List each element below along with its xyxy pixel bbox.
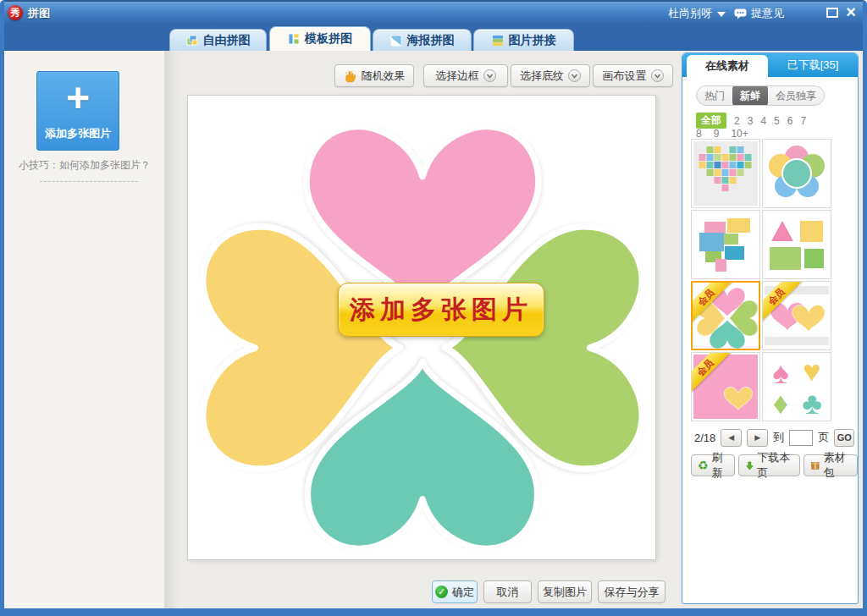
package-icon xyxy=(810,459,820,471)
template-thumbnail-double-hearts[interactable]: 会员 xyxy=(762,281,831,350)
confirm-label: 确定 xyxy=(452,585,474,600)
select-texture-button[interactable]: 选择底纹 xyxy=(511,64,590,87)
copy-image-button[interactable]: 复制图片 xyxy=(538,580,592,603)
confirm-button[interactable]: ✓ 确定 xyxy=(432,580,478,603)
template-thumbnail-card-suits[interactable]: ♠ ♥ ♦ ♣ xyxy=(762,352,831,421)
svg-text:♣: ♣ xyxy=(802,386,822,419)
save-share-label: 保存与分享 xyxy=(605,585,660,600)
panel-tab-bar: 在线素材 已下载[35] xyxy=(682,53,858,77)
chevron-down-icon xyxy=(483,69,496,82)
filter-fresh[interactable]: 新鲜 xyxy=(732,85,768,106)
hand-click-icon xyxy=(344,69,357,83)
tab-free-collage[interactable]: 自由拼图 xyxy=(169,29,267,51)
next-page-button[interactable]: ▶ xyxy=(747,429,768,447)
page-indicator: 2/18 xyxy=(694,432,715,444)
template-collage-icon xyxy=(288,33,300,45)
template-thumbnail-heart-corner-card[interactable]: 会员 xyxy=(691,352,760,421)
select-border-button[interactable]: 选择边框 xyxy=(423,64,508,87)
refresh-label: 刷新 xyxy=(712,450,728,481)
close-button[interactable]: × xyxy=(842,3,859,21)
divider xyxy=(40,181,138,182)
tab-label: 图片拼接 xyxy=(509,33,556,48)
count-3[interactable]: 3 xyxy=(748,115,754,127)
speech-bubble-icon xyxy=(734,8,747,19)
cancel-button[interactable]: 取消 xyxy=(483,580,532,603)
photo-count-filter-row1: 全部 2 3 4 5 6 7 xyxy=(696,113,806,129)
collage-canvas[interactable]: 添加多张图片 xyxy=(187,95,656,560)
left-sidebar: + 添加多张图片 小技巧：如何添加多张图片？ xyxy=(4,51,165,608)
divider xyxy=(165,51,179,608)
random-effect-label: 随机效果 xyxy=(362,69,406,84)
panel-footer: ♻ 刷新 下载本页 素材包 xyxy=(691,454,858,476)
canvas-settings-button[interactable]: 画布设置 xyxy=(593,64,673,87)
select-border-label: 选择边框 xyxy=(435,69,479,84)
chevron-down-icon xyxy=(717,12,726,17)
save-share-button[interactable]: 保存与分享 xyxy=(598,580,665,603)
template-thumbnail-clover-hearts[interactable]: 会员 xyxy=(691,281,760,350)
material-pack-button[interactable]: 素材包 xyxy=(803,454,858,476)
page-input[interactable] xyxy=(789,430,813,446)
refresh-icon: ♻ xyxy=(698,459,709,472)
count-6[interactable]: 6 xyxy=(787,115,793,127)
page-unit-label: 页 xyxy=(818,430,829,445)
count-10plus[interactable]: 10+ xyxy=(731,128,748,140)
circle-flower-preview xyxy=(765,141,829,206)
download-icon xyxy=(745,460,754,471)
maximize-button[interactable] xyxy=(826,8,838,18)
check-icon: ✓ xyxy=(435,586,448,598)
content-area: + 添加多张图片 小技巧：如何添加多张图片？ 随机效果 选择边框 xyxy=(4,51,863,608)
count-all[interactable]: 全部 xyxy=(696,113,726,129)
tip-link[interactable]: 小技巧：如何添加多张图片？ xyxy=(4,158,165,173)
count-9[interactable]: 9 xyxy=(714,128,720,140)
feedback-button[interactable]: 提意见 xyxy=(734,6,784,21)
count-2[interactable]: 2 xyxy=(734,115,740,127)
tab-poster-collage[interactable]: 海报拼图 xyxy=(373,29,472,51)
svg-text:♠: ♠ xyxy=(772,355,788,390)
material-pack-label: 素材包 xyxy=(824,450,851,481)
pagination: 2/18 ◀ ▶ 到 页 GO xyxy=(694,428,854,447)
add-multiple-photos-button[interactable]: 添加多张图片 xyxy=(338,283,544,337)
app-title: 拼图 xyxy=(28,6,50,21)
add-photos-button[interactable]: + 添加多张图片 xyxy=(36,71,119,151)
count-4[interactable]: 4 xyxy=(760,115,766,127)
template-grid: 会员 会员 xyxy=(691,139,833,421)
refresh-button[interactable]: ♻ 刷新 xyxy=(691,454,735,476)
main-tab-bar: 自由拼图 模板拼图 海报拼图 图片拼接 xyxy=(0,24,867,51)
template-thumbnail-mosaic-heart[interactable] xyxy=(691,139,760,208)
scattered-photos-preview xyxy=(693,212,758,277)
template-thumbnail-circle-flower[interactable] xyxy=(762,139,831,208)
chevron-down-icon xyxy=(651,69,664,82)
tab-photo-stitch[interactable]: 图片拼接 xyxy=(473,29,574,51)
count-5[interactable]: 5 xyxy=(774,115,780,127)
go-button[interactable]: GO xyxy=(834,429,854,447)
template-thumbnail-geometric-shapes[interactable] xyxy=(762,210,831,279)
filter-member-only[interactable]: 会员独享 xyxy=(768,85,824,106)
user-name: 杜尚别呀 xyxy=(668,6,712,21)
user-menu[interactable]: 杜尚别呀 xyxy=(668,6,726,21)
tab-online-materials[interactable]: 在线素材 xyxy=(687,55,768,77)
download-page-button[interactable]: 下载本页 xyxy=(738,454,801,476)
center-workspace: 随机效果 选择边框 选择底纹 画布设置 xyxy=(165,51,682,608)
canvas-settings-label: 画布设置 xyxy=(603,69,647,84)
svg-text:♥: ♥ xyxy=(803,355,820,388)
select-texture-label: 选择底纹 xyxy=(520,69,564,84)
prev-page-button[interactable]: ◀ xyxy=(721,429,742,447)
geometric-shapes-preview xyxy=(765,212,829,277)
filter-segmented-control: 热门 新鲜 会员独享 xyxy=(696,85,825,106)
title-bar: 秀 拼图 杜尚别呀 提意见 × xyxy=(0,0,867,24)
tab-label: 模板拼图 xyxy=(305,31,352,47)
tab-template-collage[interactable]: 模板拼图 xyxy=(269,26,371,51)
free-collage-icon xyxy=(186,35,198,47)
random-effect-button[interactable]: 随机效果 xyxy=(334,64,414,87)
plus-icon: + xyxy=(37,74,119,123)
tab-downloaded[interactable]: 已下载[35] xyxy=(768,53,858,77)
svg-text:♦: ♦ xyxy=(773,386,788,419)
filter-hot[interactable]: 热门 xyxy=(697,85,732,106)
count-7[interactable]: 7 xyxy=(800,115,806,127)
app-window: 秀 拼图 杜尚别呀 提意见 × 自由拼图 xyxy=(0,0,867,616)
template-thumbnail-scattered-photos[interactable] xyxy=(691,210,760,279)
feedback-label: 提意见 xyxy=(751,6,784,21)
photo-count-filter-row2: 8 9 10+ xyxy=(696,128,748,140)
app-logo-icon: 秀 xyxy=(8,5,23,20)
count-8[interactable]: 8 xyxy=(696,128,702,140)
